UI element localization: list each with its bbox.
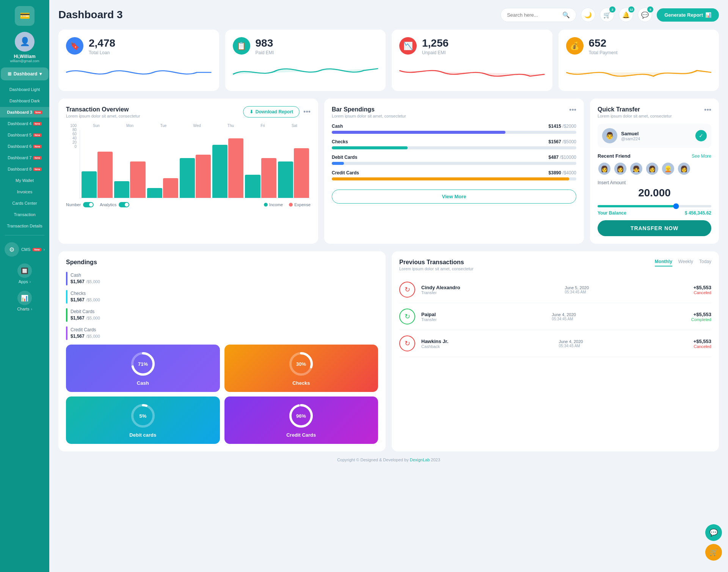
tab-monthly[interactable]: Monthly (655, 259, 672, 266)
income-bar (180, 158, 195, 198)
income-bar (147, 188, 162, 198)
sidebar-charts-button[interactable]: 📊 Charts › (0, 288, 49, 314)
logo-icon: 💳 (20, 11, 30, 21)
transaction-icon: ↻ (399, 282, 415, 298)
friend-avatar-6[interactable]: 👩 (677, 162, 691, 176)
more-options-button[interactable]: ••• (303, 108, 311, 116)
sidebar-item-dashboard-4[interactable]: Dashboard 4 New (0, 118, 49, 129)
sidebar-item-dashboard-light[interactable]: Dashboard Light (0, 84, 49, 95)
sidebar-item-dashboard-3[interactable]: Dashboard 3 New (0, 107, 49, 118)
bar-spendings-more-button[interactable]: ••• (569, 106, 576, 114)
grid-icon: ⊞ (8, 71, 11, 77)
main-content: Dashboard 3 🔍 🌙 🛒 2 🔔 12 💬 5 Gen (49, 0, 728, 572)
sidebar-cms-button[interactable]: ⚙ CMS New › (0, 239, 49, 260)
bars-grid (80, 130, 311, 198)
transaction-icon: ↻ (399, 309, 415, 324)
sidebar-item-dashboard-8[interactable]: Dashboard 8 New (0, 164, 49, 174)
tab-weekly[interactable]: Weekly (678, 259, 693, 266)
cart-button[interactable]: 🛒 2 (600, 8, 614, 22)
main-header: Dashboard 3 🔍 🌙 🛒 2 🔔 12 💬 5 Gen (58, 8, 719, 22)
sidebar-item-dashboard-dark[interactable]: Dashboard Dark (0, 96, 49, 106)
paid-emi-number: 983 (256, 37, 274, 49)
qt-check-icon: ✓ (695, 130, 707, 141)
bar-chart: 100806040200 SunMonTueWedThuFriSat (66, 124, 311, 207)
download-report-button[interactable]: ⬇ Download Report (243, 106, 300, 118)
transfer-now-button[interactable]: TRANSFER NOW (598, 220, 711, 236)
friend-avatar-1[interactable]: 👩 (598, 162, 611, 176)
svg-text:71%: 71% (138, 361, 148, 367)
svg-text:30%: 30% (296, 361, 306, 367)
stat-cards: 🔖 2,478 Total Loan 📋 983 Paid EMI (58, 30, 719, 91)
sidebar-item-my-wallet[interactable]: My Wallet (0, 175, 49, 186)
charts-icon: 📊 (17, 291, 32, 305)
number-toggle[interactable] (83, 202, 94, 207)
donut-chart: 71% (130, 351, 156, 377)
moon-icon: 🌙 (584, 11, 592, 19)
sidebar-item-transaction[interactable]: Transaction (0, 209, 49, 220)
expense-bar (294, 148, 309, 198)
svg-text:5%: 5% (139, 413, 146, 419)
fab-cart[interactable]: 🛒 (705, 544, 722, 561)
unpaid-emi-label: Unpaid EMI (422, 50, 449, 55)
cms-badge: New (33, 248, 41, 251)
spending-item: Debit Cards $1,567 /$5,000 (66, 308, 378, 322)
bar-group (180, 155, 211, 198)
sidebar-item-dashboard-5[interactable]: Dashboard 5 New (0, 130, 49, 140)
expense-bar (228, 138, 243, 198)
table-row: ↻ Hawkins Jr. Cashback June 4, 2020 05:3… (399, 330, 711, 357)
stat-card-unpaid-emi: 📉 1,256 Unpaid EMI (392, 30, 552, 91)
recent-friends: Recent Friend See More 👩 👩 👧 👩 👱 👩 (598, 153, 711, 176)
bell-button[interactable]: 🔔 12 (619, 8, 633, 22)
donut-tile: 30% Checks (224, 345, 378, 392)
income-bar (212, 145, 228, 198)
stat-card-total-loan: 🔖 2,478 Total Loan (58, 30, 219, 91)
sidebar-dashboard-button[interactable]: ⊞ Dashboard ▾ (1, 67, 49, 80)
sidebar-item-dashboard-7[interactable]: Dashboard 7 New (0, 152, 49, 163)
spending-item: Credit Cards $1,567 /$5,000 (66, 326, 378, 340)
friend-avatar-2[interactable]: 👩 (613, 162, 627, 176)
sidebar-email: william@gmail.com (10, 59, 39, 63)
generate-report-button[interactable]: Generate Report 📊 (657, 8, 719, 22)
badge-new: New (33, 156, 41, 160)
friend-avatar-5[interactable]: 👱 (661, 162, 675, 176)
badge-new: New (33, 168, 41, 171)
qt-user-avatar: 👨 (602, 128, 617, 143)
insert-amount-label: Insert Amount (598, 180, 711, 185)
search-input[interactable] (507, 12, 559, 18)
view-more-button[interactable]: View More (332, 190, 576, 204)
sidebar-item-dashboard-6[interactable]: Dashboard 6 New (0, 141, 49, 152)
unpaid-emi-number: 1,256 (422, 37, 449, 49)
sidebar-item-transaction-details[interactable]: Transaction Details (0, 221, 49, 231)
sidebar: 💳 👤 Hi,William william@gmail.com ⊞ Dashb… (0, 0, 49, 572)
sidebar-item-cards-center[interactable]: Cards Center (0, 198, 49, 208)
amount-slider[interactable] (598, 205, 711, 207)
transaction-icon: ↻ (399, 335, 415, 351)
recent-friend-label: Recent Friend (598, 153, 631, 159)
expense-bar (196, 155, 211, 198)
tab-today[interactable]: Today (699, 259, 711, 266)
footer-brand-link[interactable]: DexignLab (410, 458, 430, 462)
qt-more-button[interactable]: ••• (704, 106, 711, 114)
transaction-overview-title: Transaction Overview (66, 106, 140, 113)
message-icon: 💬 (641, 11, 649, 19)
transaction-overview-subtitle: Lorem ipsum dolor sit amet, consectetur (66, 114, 140, 118)
fab-support[interactable]: 💬 (705, 524, 722, 541)
sidebar-item-invoices[interactable]: Invoices (0, 186, 49, 197)
svg-text:96%: 96% (296, 413, 306, 419)
message-button[interactable]: 💬 5 (638, 8, 652, 22)
bar-spendings-subtitle: Lorem ipsum dolor sit amet, consectetur (332, 114, 406, 118)
donut-chart: 30% (288, 351, 314, 377)
income-bar (278, 161, 293, 198)
apps-icon: 🔲 (17, 263, 32, 278)
sidebar-logo: 💳 (15, 6, 35, 26)
friend-avatar-3[interactable]: 👧 (629, 162, 643, 176)
quick-transfer-card: Quick Transfer Lorem ipsum dolor sit ame… (590, 99, 719, 244)
sidebar-apps-button[interactable]: 🔲 Apps › (0, 260, 49, 287)
moon-button[interactable]: 🌙 (581, 8, 595, 22)
bar-group (82, 152, 113, 198)
see-more-link[interactable]: See More (692, 154, 711, 159)
friend-avatar-4[interactable]: 👩 (645, 162, 659, 176)
analytics-toggle[interactable] (119, 202, 129, 207)
chart-legend: Number Analytics Income Expense (66, 202, 311, 207)
qt-user-handle: @sam224 (621, 136, 640, 141)
